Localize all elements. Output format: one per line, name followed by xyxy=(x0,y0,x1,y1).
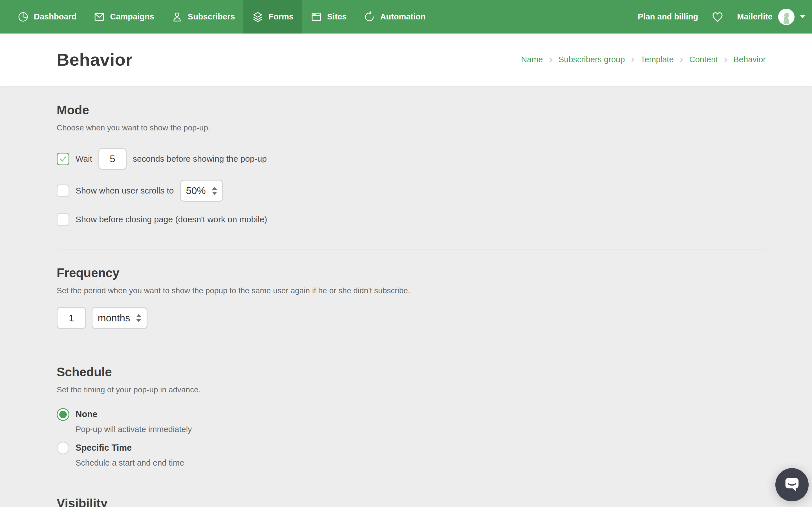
mode-section: Mode Choose when you want to show the po… xyxy=(57,103,766,226)
breadcrumb-name[interactable]: Name xyxy=(521,55,543,64)
nav-item-subscribers[interactable]: Subscribers xyxy=(163,0,244,34)
nav-item-label: Forms xyxy=(268,12,294,21)
nav-item-automation[interactable]: Automation xyxy=(355,0,434,34)
schedule-description: Set the timing of your pop-up in advance… xyxy=(57,385,766,394)
breadcrumb-separator-icon: › xyxy=(680,54,683,64)
mode-title: Mode xyxy=(57,103,766,117)
nav-item-sites[interactable]: Sites xyxy=(302,0,355,34)
wait-label-after: seconds before showing the pop-up xyxy=(133,154,267,164)
campaigns-icon xyxy=(93,11,105,23)
forms-icon xyxy=(252,11,264,23)
automation-icon xyxy=(363,11,375,23)
avatar xyxy=(778,9,795,25)
none-radio[interactable] xyxy=(57,408,69,421)
chat-launcher-button[interactable] xyxy=(775,468,809,501)
schedule-option-none[interactable]: None xyxy=(57,408,766,421)
nav-item-campaigns[interactable]: Campaigns xyxy=(85,0,162,34)
frequency-section: Frequency Set the period when you want t… xyxy=(57,266,766,329)
schedule-option-specific-time[interactable]: Specific Time xyxy=(57,441,766,454)
divider xyxy=(57,483,766,483)
dashboard-icon xyxy=(17,11,29,23)
specific-time-label: Specific Time xyxy=(75,443,132,453)
scroll-row: Show when user scrolls to 50% xyxy=(57,180,766,202)
nav-item-label: Sites xyxy=(327,12,347,21)
specific-time-description: Schedule a start and end time xyxy=(75,458,766,467)
nav-spacer xyxy=(434,0,638,34)
heart-icon[interactable] xyxy=(711,10,724,23)
exit-label: Show before closing page (doesn't work o… xyxy=(75,215,267,224)
scroll-percent-select[interactable]: 50% xyxy=(180,180,223,202)
wait-seconds-input[interactable] xyxy=(98,148,126,170)
top-nav: Dashboard Campaigns Subscribers Forms xyxy=(0,0,812,34)
divider xyxy=(57,249,766,250)
none-description: Pop-up will activate immediately xyxy=(75,425,766,434)
subscribers-icon xyxy=(171,11,183,23)
nav-item-label: Automation xyxy=(380,12,425,21)
breadcrumb-separator-icon: › xyxy=(631,54,634,64)
scroll-label: Show when user scrolls to xyxy=(75,186,174,195)
visibility-title: Visibility xyxy=(57,496,766,507)
schedule-options: None Pop-up will activate immediately Sp… xyxy=(57,408,766,467)
schedule-section: Schedule Set the timing of your pop-up i… xyxy=(57,365,766,467)
breadcrumb-template[interactable]: Template xyxy=(641,55,674,64)
account-menu[interactable]: Mailerlite xyxy=(737,9,805,25)
scroll-percent-value: 50% xyxy=(186,185,206,196)
chat-bubble-icon xyxy=(783,476,801,494)
page-header: Behavior Name › Subscribers group › Temp… xyxy=(0,34,812,86)
nav-right: Plan and billing Mailerlite xyxy=(638,0,805,34)
frequency-description: Set the period when you want to show the… xyxy=(57,286,766,295)
breadcrumb: Name › Subscribers group › Template › Co… xyxy=(521,55,766,64)
none-label: None xyxy=(75,409,98,419)
plan-and-billing-link[interactable]: Plan and billing xyxy=(638,12,698,21)
schedule-title: Schedule xyxy=(57,365,766,379)
exit-checkbox[interactable] xyxy=(57,213,69,226)
specific-time-radio[interactable] xyxy=(57,442,69,454)
breadcrumb-separator-icon: › xyxy=(549,54,552,64)
exit-row: Show before closing page (doesn't work o… xyxy=(57,213,766,226)
nav-item-dashboard[interactable]: Dashboard xyxy=(9,0,85,34)
breadcrumb-separator-icon: › xyxy=(724,54,727,64)
frequency-unit-value: months xyxy=(98,313,130,324)
mode-description: Choose when you want to show the pop-up. xyxy=(57,123,766,132)
sites-icon xyxy=(310,11,322,23)
breadcrumb-content[interactable]: Content xyxy=(689,55,718,64)
account-name: Mailerlite xyxy=(737,12,772,21)
breadcrumb-behavior[interactable]: Behavior xyxy=(733,55,766,64)
page-title: Behavior xyxy=(57,50,133,69)
behavior-settings: Mode Choose when you want to show the po… xyxy=(0,86,812,507)
nav-item-label: Subscribers xyxy=(188,12,235,21)
stepper-icon xyxy=(212,187,217,195)
chevron-down-icon xyxy=(800,15,805,18)
frequency-unit-select[interactable]: months xyxy=(92,307,147,329)
frequency-value-input[interactable] xyxy=(57,307,86,329)
wait-label: Wait xyxy=(75,154,92,164)
frequency-title: Frequency xyxy=(57,266,766,280)
divider xyxy=(57,349,766,349)
visibility-section: Visibility xyxy=(57,496,766,507)
wait-checkbox[interactable] xyxy=(57,153,69,165)
breadcrumb-subscribers-group[interactable]: Subscribers group xyxy=(559,55,625,64)
frequency-controls: months xyxy=(57,307,766,329)
nav-item-forms[interactable]: Forms xyxy=(243,0,302,34)
stepper-icon xyxy=(136,314,141,322)
nav-item-label: Dashboard xyxy=(34,12,77,21)
nav-item-label: Campaigns xyxy=(110,12,154,21)
scroll-checkbox[interactable] xyxy=(57,184,69,197)
wait-row: Wait seconds before showing the pop-up xyxy=(57,148,766,170)
